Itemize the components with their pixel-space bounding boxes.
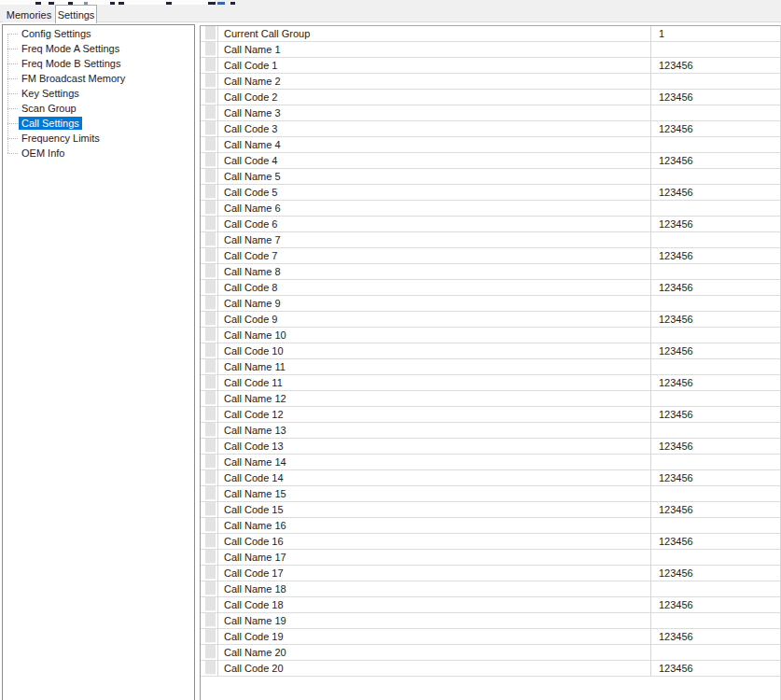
row-header-cell[interactable] [201,248,218,263]
property-value-cell[interactable] [651,201,780,216]
property-value-cell[interactable] [651,486,780,501]
property-value-cell[interactable] [651,423,780,438]
property-name-cell[interactable]: Call Code 2 [218,90,651,105]
property-name-cell[interactable]: Call Code 16 [218,534,651,549]
property-value-cell[interactable]: 123456 [651,661,780,676]
property-name-cell[interactable]: Call Name 4 [218,137,651,152]
property-value-cell[interactable]: 123456 [651,407,780,422]
property-name-cell[interactable]: Call Name 14 [218,455,651,469]
property-value-cell[interactable]: 123456 [651,185,780,200]
property-value-cell[interactable]: 123456 [651,58,780,73]
property-value-cell[interactable] [651,359,780,374]
property-name-cell[interactable]: Call Name 11 [218,359,651,374]
property-name-cell[interactable]: Call Code 11 [218,375,651,390]
row-header-cell[interactable] [201,121,218,136]
property-name-cell[interactable]: Call Name 9 [218,296,651,311]
row-header-cell[interactable] [201,550,218,565]
property-value-cell[interactable]: 123456 [651,280,780,295]
property-name-cell[interactable]: Call Name 10 [218,328,651,343]
property-value-cell[interactable]: 123456 [651,470,780,485]
property-value-cell[interactable] [651,296,780,311]
property-value-cell[interactable]: 123456 [651,153,780,168]
property-name-cell[interactable]: Call Name 3 [218,105,651,120]
property-value-cell[interactable]: 1 [651,26,780,41]
row-header-cell[interactable] [201,581,218,596]
row-header-cell[interactable] [201,566,218,581]
property-value-cell[interactable]: 123456 [651,375,780,390]
row-header-cell[interactable] [201,613,218,628]
property-name-cell[interactable]: Call Name 19 [218,613,651,628]
property-name-cell[interactable]: Call Name 13 [218,423,651,438]
property-name-cell[interactable]: Call Code 20 [218,661,651,676]
row-header-cell[interactable] [201,264,218,279]
property-name-cell[interactable]: Call Code 18 [218,597,651,612]
property-value-cell[interactable]: 123456 [651,248,780,263]
row-header-cell[interactable] [201,407,218,422]
row-header-cell[interactable] [201,42,218,57]
row-header-cell[interactable] [201,90,218,105]
row-header-cell[interactable] [201,391,218,406]
sidebar-item-freq-mode-b-settings[interactable]: Freq Mode B Settings [3,56,194,71]
property-value-cell[interactable] [651,328,780,343]
row-header-cell[interactable] [201,375,218,390]
sidebar-item-scan-group[interactable]: Scan Group [3,101,194,116]
row-header-cell[interactable] [201,502,218,517]
row-header-cell[interactable] [201,312,218,327]
property-name-cell[interactable]: Call Code 19 [218,629,651,644]
property-name-cell[interactable]: Call Name 2 [218,74,651,89]
property-value-cell[interactable]: 123456 [651,217,780,231]
property-value-cell[interactable] [651,455,780,469]
row-header-cell[interactable] [201,328,218,343]
property-name-cell[interactable]: Call Name 20 [218,645,651,660]
row-header-cell[interactable] [201,105,218,120]
property-name-cell[interactable]: Call Code 3 [218,121,651,136]
property-value-cell[interactable]: 123456 [651,343,780,358]
property-value-cell[interactable] [651,105,780,120]
property-name-cell[interactable]: Call Code 12 [218,407,651,422]
property-name-cell[interactable]: Call Code 7 [218,248,651,263]
property-value-cell[interactable] [651,613,780,628]
property-value-cell[interactable]: 123456 [651,121,780,136]
row-header-cell[interactable] [201,217,218,231]
property-value-cell[interactable] [651,391,780,406]
sidebar-item-key-settings[interactable]: Key Settings [3,86,194,101]
property-value-cell[interactable] [651,232,780,247]
row-header-cell[interactable] [201,661,218,676]
row-header-cell[interactable] [201,58,218,73]
property-name-cell[interactable]: Call Code 13 [218,439,651,454]
sidebar-item-freq-mode-a-settings[interactable]: Freq Mode A Settings [3,41,194,56]
property-name-cell[interactable]: Call Name 12 [218,391,651,406]
property-value-cell[interactable] [651,550,780,565]
property-value-cell[interactable] [651,518,780,533]
property-value-cell[interactable]: 123456 [651,597,780,612]
row-header-cell[interactable] [201,439,218,454]
row-header-cell[interactable] [201,455,218,469]
row-header-cell[interactable] [201,296,218,311]
property-name-cell[interactable]: Call Name 7 [218,232,651,247]
property-value-cell[interactable] [651,74,780,89]
row-header-cell[interactable] [201,185,218,200]
row-header-cell[interactable] [201,201,218,216]
row-header-cell[interactable] [201,423,218,438]
property-name-cell[interactable]: Call Code 8 [218,280,651,295]
property-name-cell[interactable]: Call Name 15 [218,486,651,501]
property-name-cell[interactable]: Call Name 8 [218,264,651,279]
property-value-cell[interactable] [651,264,780,279]
row-header-cell[interactable] [201,26,218,41]
row-header-cell[interactable] [201,359,218,374]
row-header-cell[interactable] [201,232,218,247]
sidebar-item-frequency-limits[interactable]: Frequency Limits [3,131,194,146]
row-header-cell[interactable] [201,534,218,549]
row-header-cell[interactable] [201,280,218,295]
sidebar-item-call-settings[interactable]: Call Settings [3,116,194,131]
property-value-cell[interactable]: 123456 [651,90,780,105]
property-name-cell[interactable]: Call Name 6 [218,201,651,216]
property-name-cell[interactable]: Call Code 14 [218,470,651,485]
property-name-cell[interactable]: Call Code 17 [218,566,651,581]
sidebar-item-config-settings[interactable]: Config Settings [3,26,194,41]
property-value-cell[interactable]: 123456 [651,439,780,454]
tab-settings[interactable]: Settings [55,5,97,23]
property-value-cell[interactable]: 123456 [651,312,780,327]
property-value-cell[interactable]: 123456 [651,629,780,644]
property-name-cell[interactable]: Current Call Group [218,26,651,41]
